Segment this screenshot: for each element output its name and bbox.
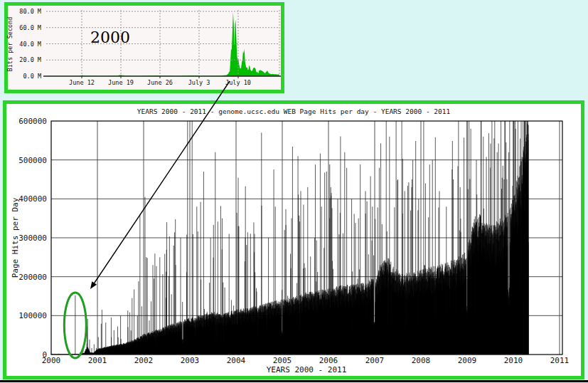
main-x-tick-label: 2006: [319, 356, 338, 365]
main-y-axis-label: Page Hits per Day: [11, 198, 20, 278]
main-x-tick-label: 2002: [134, 356, 154, 365]
inset-traffic-area: [46, 12, 279, 76]
main-x-tick-label: 2011: [550, 356, 570, 365]
slide-canvas: 80.0 M60.0 M40.0 M20.0 M0.0 MJune 12June…: [0, 0, 588, 383]
inset-x-tick-label: June 12: [69, 79, 95, 86]
inset-y-tick-label: 0.0 M: [23, 73, 41, 80]
main-x-tick-label: 2009: [458, 356, 477, 365]
main-x-tick-label: 2003: [181, 356, 200, 365]
main-y-tick-label: 300000: [18, 234, 47, 243]
inset-y-tick-label: 60.0 M: [19, 24, 41, 31]
inset-y-axis-label: Bits per Second: [6, 17, 14, 72]
inset-x-tick-label: July 3: [188, 79, 210, 86]
main-y-tick-label: 400000: [18, 194, 47, 204]
main-x-tick-label: 2010: [504, 356, 523, 365]
inset-y-tick-label: 20.0 M: [19, 56, 41, 63]
main-y-tick-label: 600000: [18, 117, 47, 126]
main-x-tick-label: 2005: [273, 356, 292, 365]
inset-x-tick-label: June 19: [108, 79, 134, 86]
inset-annotation-2000: 2000: [90, 28, 130, 46]
main-y-tick-label: 500000: [18, 156, 47, 165]
chart-layer: 80.0 M60.0 M40.0 M20.0 M0.0 MJune 12June…: [0, 0, 588, 383]
main-chart-title: YEARS 2000 - 2011 - genome.ucsc.edu WEB …: [6, 107, 581, 115]
inset-y-tick-label: 80.0 M: [19, 8, 41, 15]
main-x-tick-label: 2007: [365, 356, 385, 365]
main-x-tick-label: 2004: [227, 356, 246, 365]
inset-y-tick-label: 40.0 M: [19, 41, 41, 48]
annotation-arrow-head: [90, 281, 97, 289]
main-y-tick-label: 200000: [18, 273, 47, 282]
main-x-tick-label: 2001: [88, 356, 107, 365]
main-y-tick-label: 100000: [18, 311, 47, 320]
main-x-tick-label: 2000: [42, 356, 61, 365]
inset-x-tick-label: June 26: [147, 79, 173, 86]
main-x-axis-label: YEARS 2000 - 2011: [51, 365, 562, 374]
main-x-tick-label: 2008: [412, 356, 431, 365]
